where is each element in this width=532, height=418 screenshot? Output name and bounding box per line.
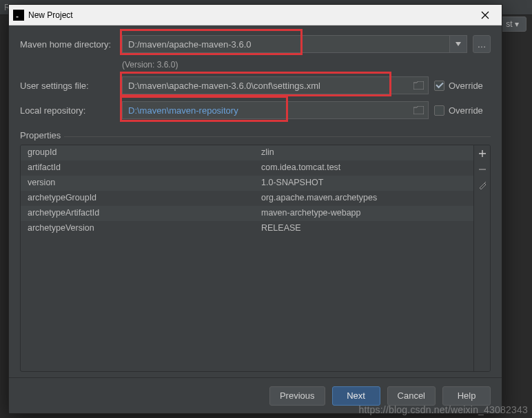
svg-rect-1 — [17, 17, 19, 17]
next-button[interactable]: Next — [332, 386, 380, 406]
maven-home-dropdown[interactable] — [449, 35, 467, 53]
remove-icon[interactable] — [478, 165, 487, 176]
new-project-dialog: New Project Maven home directory: … (Ver… — [8, 4, 502, 414]
close-icon[interactable] — [471, 6, 499, 25]
properties-section: Properties groupId zlin artifactId com.i… — [20, 130, 491, 372]
row-local-repo: Local repository: Override — [20, 101, 491, 119]
dialog-title: New Project — [28, 10, 471, 20]
background-dropdown[interactable]: st ▾ — [498, 17, 526, 32]
table-row[interactable]: groupId zlin — [21, 145, 473, 160]
override-user-settings[interactable]: Override — [434, 81, 491, 91]
table-row[interactable]: archetypeGroupId org.apache.maven.archet… — [21, 191, 473, 206]
titlebar: New Project — [9, 5, 502, 25]
properties-panel: groupId zlin artifactId com.idea.tomcat.… — [20, 145, 491, 372]
table-row[interactable]: version 1.0-SNAPSHOT — [21, 176, 473, 191]
add-icon[interactable] — [478, 149, 487, 160]
override-local-repo-checkbox[interactable] — [434, 105, 444, 116]
folder-icon[interactable] — [412, 81, 424, 90]
row-maven-home: Maven home directory: … — [20, 35, 491, 53]
override-label-1: Override — [449, 81, 483, 91]
user-settings-input[interactable] — [122, 76, 429, 94]
local-repo-input[interactable] — [122, 101, 429, 119]
override-label-2: Override — [449, 105, 483, 116]
edit-icon[interactable] — [478, 181, 487, 191]
help-button[interactable]: Help — [442, 386, 491, 406]
maven-version-note: (Version: 3.6.0) — [122, 60, 491, 70]
cancel-button[interactable]: Cancel — [387, 386, 436, 406]
properties-toolbar — [473, 145, 490, 371]
table-row[interactable]: archetypeVersion RELEASE — [21, 221, 473, 236]
local-repo-label: Local repository: — [20, 105, 116, 116]
table-row[interactable]: archetypeArtifactId maven-archetype-weba… — [21, 206, 473, 221]
override-local-repo[interactable]: Override — [434, 105, 491, 116]
table-row[interactable]: artifactId com.idea.tomcat.test — [21, 160, 473, 176]
properties-table[interactable]: groupId zlin artifactId com.idea.tomcat.… — [21, 145, 473, 371]
maven-home-label: Maven home directory: — [20, 39, 116, 50]
app-icon — [13, 10, 24, 21]
maven-home-browse-button[interactable]: … — [473, 35, 491, 53]
user-settings-label: User settings file: — [20, 81, 116, 91]
maven-home-input[interactable] — [122, 35, 467, 53]
dialog-content: Maven home directory: … (Version: 3.6.0)… — [9, 25, 502, 377]
properties-label: Properties — [20, 130, 491, 142]
svg-rect-0 — [15, 12, 22, 19]
override-user-settings-checkbox[interactable] — [434, 81, 444, 91]
folder-icon[interactable] — [412, 105, 424, 115]
previous-button[interactable]: Previous — [269, 386, 325, 406]
dialog-button-bar: Previous Next Cancel Help — [9, 377, 502, 413]
row-user-settings: User settings file: Override — [20, 76, 491, 94]
ellipsis-icon: … — [478, 39, 487, 50]
